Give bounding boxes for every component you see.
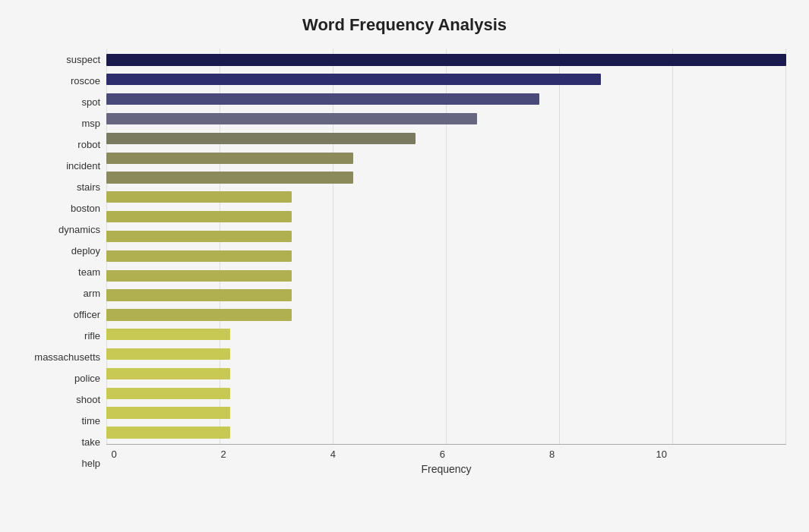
y-axis-label: spot bbox=[81, 97, 100, 107]
bar-row bbox=[106, 325, 786, 345]
bar-row bbox=[106, 187, 786, 207]
y-axis-label: roscoe bbox=[71, 76, 100, 86]
bar bbox=[106, 133, 416, 144]
x-tick-label: 8 bbox=[545, 449, 560, 460]
bar-row bbox=[106, 403, 786, 423]
bar bbox=[106, 250, 292, 262]
bar bbox=[106, 270, 292, 282]
y-axis-label: team bbox=[78, 267, 100, 277]
bar bbox=[106, 172, 353, 183]
bar bbox=[106, 348, 230, 360]
bar bbox=[106, 368, 230, 379]
bar bbox=[106, 388, 230, 399]
bar bbox=[106, 407, 230, 418]
y-axis-label: stairs bbox=[77, 182, 100, 192]
bar-row bbox=[106, 345, 786, 364]
bar bbox=[106, 93, 539, 105]
bars-and-xaxis: 0246810 Frequency bbox=[106, 49, 786, 474]
bar-row bbox=[106, 90, 786, 109]
bar-row bbox=[106, 285, 786, 305]
y-axis-label: rifle bbox=[84, 331, 100, 341]
y-axis-label: shoot bbox=[76, 395, 100, 405]
x-axis: 0246810 Frequency bbox=[106, 444, 786, 474]
y-axis-label: robot bbox=[77, 140, 100, 150]
bar bbox=[106, 231, 292, 242]
y-axis-label: time bbox=[81, 416, 100, 426]
bar bbox=[106, 427, 230, 438]
bar-row bbox=[106, 207, 786, 227]
bar bbox=[106, 191, 292, 203]
bar-row bbox=[106, 383, 786, 403]
bar-row bbox=[106, 423, 786, 442]
bar bbox=[106, 329, 230, 340]
bar bbox=[106, 211, 292, 222]
x-axis-title: Frequency bbox=[106, 463, 786, 475]
x-tick-label: 6 bbox=[435, 449, 450, 460]
y-axis-labels: suspectroscoespotmsprobotincidentstairsb… bbox=[23, 49, 106, 474]
bars-column bbox=[106, 49, 786, 444]
bar bbox=[106, 309, 292, 320]
bar-row bbox=[106, 266, 786, 285]
x-tick-labels: 0246810 bbox=[106, 445, 786, 460]
y-axis-label: take bbox=[81, 437, 100, 447]
bar-row bbox=[106, 148, 786, 168]
y-axis-label: boston bbox=[71, 203, 100, 213]
y-axis-label: dynamics bbox=[58, 225, 100, 235]
x-tick-label: 0 bbox=[106, 449, 122, 460]
bar-row bbox=[106, 227, 786, 247]
chart-area: suspectroscoespotmsprobotincidentstairsb… bbox=[23, 49, 786, 474]
y-axis-label: msp bbox=[81, 118, 100, 128]
chart-title: Word Frequency Analysis bbox=[23, 15, 786, 35]
y-axis-label: massachusetts bbox=[34, 352, 100, 362]
bar-row bbox=[106, 50, 786, 70]
y-axis-label: deploy bbox=[71, 246, 100, 256]
bar-row bbox=[106, 305, 786, 325]
y-axis-label: incident bbox=[66, 161, 100, 171]
bar-row bbox=[106, 70, 786, 90]
bar bbox=[106, 74, 601, 85]
x-tick-label: 2 bbox=[216, 449, 231, 460]
bar bbox=[106, 153, 353, 164]
y-axis-label: arm bbox=[84, 288, 100, 298]
y-axis-label: help bbox=[81, 458, 100, 468]
bar bbox=[106, 113, 477, 124]
bar-row bbox=[106, 246, 786, 266]
bar-row bbox=[106, 128, 786, 148]
y-axis-label: suspect bbox=[66, 55, 100, 65]
bars-grid bbox=[106, 49, 786, 444]
y-axis-label: police bbox=[74, 373, 100, 383]
bar bbox=[106, 289, 292, 301]
bar bbox=[106, 54, 786, 65]
x-tick-label: 10 bbox=[654, 449, 669, 460]
bar-row bbox=[106, 109, 786, 129]
y-axis-label: officer bbox=[74, 310, 100, 320]
bar-row bbox=[106, 168, 786, 187]
chart-container: Word Frequency Analysis suspectroscoespo… bbox=[0, 0, 809, 532]
bar-row bbox=[106, 364, 786, 384]
x-tick-label: 4 bbox=[325, 449, 340, 460]
